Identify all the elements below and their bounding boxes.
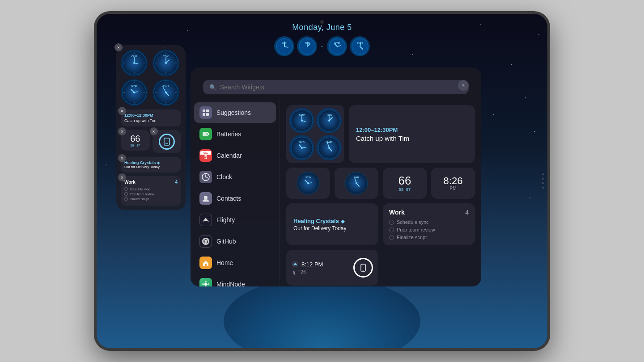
svg-point-99 xyxy=(307,182,309,184)
preview-clock-syd: SYD xyxy=(289,135,314,160)
close-phone-btn[interactable]: × xyxy=(150,127,158,135)
prev-work-item-1: Schedule sync xyxy=(389,219,469,225)
svg-point-65 xyxy=(202,238,209,245)
svg-point-84 xyxy=(328,120,330,122)
preview-temp-small[interactable]: 66 59 87 xyxy=(383,168,427,199)
svg-point-33 xyxy=(165,62,167,64)
close-calendar-btn[interactable]: × xyxy=(118,107,126,115)
prev-work-item-2: Prep team review xyxy=(389,227,469,232)
left-work-container: × Work 4 Schedule sync Prep team review xyxy=(121,176,181,206)
contacts-icon xyxy=(199,192,212,205)
svg-rect-59 xyxy=(208,133,209,135)
prev-work-item-3: Finalize script xyxy=(389,235,469,240)
preview-crystals[interactable]: Healing Crystals ◆ Out for Delivery Toda… xyxy=(286,203,378,245)
preview-calendar-large[interactable]: 12:00–12:30PM Catch up with Tim xyxy=(349,105,475,163)
preview-small-clock-2[interactable]: PAR xyxy=(335,168,378,199)
sidebar-item-contacts[interactable]: Contacts xyxy=(194,188,276,209)
sidebar-item-flighty[interactable]: Flighty xyxy=(194,210,276,230)
svg-point-42 xyxy=(133,92,135,93)
work-count: 4 xyxy=(175,180,178,185)
sidebar-item-mindnode[interactable]: MindNode xyxy=(194,274,276,286)
clock-digit-1: CUP xyxy=(274,36,294,56)
search-bar[interactable]: 🔍 xyxy=(203,80,469,94)
picker-content: CUP xyxy=(280,99,481,286)
prev-cal-title: Catch up with Tim xyxy=(356,135,468,142)
clock-syd: SYD xyxy=(121,79,148,106)
svg-line-63 xyxy=(206,177,208,177)
prev-work-header: Work 4 xyxy=(389,209,469,216)
close-crystals-btn[interactable]: × xyxy=(118,154,126,162)
prev-time-period: PM xyxy=(450,186,457,191)
search-input[interactable] xyxy=(220,84,462,91)
prev-work-text-1: Schedule sync xyxy=(397,219,429,225)
flighty-icon xyxy=(199,214,212,226)
prev-temp-value: 66 xyxy=(398,175,411,186)
prev-work-radio-3 xyxy=(389,235,394,240)
preview-flight[interactable]: 8:12 PM F26 xyxy=(286,250,378,286)
diamond-icon: ◆ xyxy=(157,161,160,165)
preview-time-small[interactable]: 8:26 PM xyxy=(431,168,475,199)
clock-par: PAR xyxy=(153,79,179,106)
svg-point-69 xyxy=(205,286,207,286)
prev-temp-range: 59 87 xyxy=(399,187,411,192)
preview-row-4: 8:12 PM F26 xyxy=(286,250,475,286)
ipad-screen: Monday, June 5 CUP TOK · xyxy=(97,14,547,348)
sidebar-item-batteries[interactable]: Batteries xyxy=(194,124,276,144)
sidebar-item-suggestions[interactable]: Suggestions xyxy=(194,102,276,123)
sidebar-item-github[interactable]: GitHub xyxy=(194,231,276,252)
work-item-1: Schedule sync xyxy=(124,187,178,191)
left-temp-number: 66 xyxy=(130,134,140,144)
walk-icon xyxy=(292,270,296,275)
close-work-btn[interactable]: × xyxy=(118,173,126,181)
clock-digit-4: PAR xyxy=(350,36,370,56)
date-header: Monday, June 5 xyxy=(292,23,352,32)
clock-icon xyxy=(199,171,212,183)
calendar-icon: CAL 5 xyxy=(199,149,212,162)
work-radio-2 xyxy=(124,192,128,196)
prev-work-text-2: Prep team review xyxy=(397,227,435,232)
sidebar-item-clock[interactable]: Clock xyxy=(194,167,276,187)
home-icon xyxy=(199,257,212,269)
svg-point-66 xyxy=(204,283,207,286)
close-clocks-btn[interactable]: × xyxy=(114,43,123,51)
clock-widgets-row: CUP xyxy=(121,50,181,106)
work-item-2: Prep team review xyxy=(124,192,178,196)
svg-rect-56 xyxy=(203,113,205,116)
left-crystals-container: × Healing Crystals ◆ Out for Delivery To… xyxy=(121,157,181,173)
left-cal-title: Catch up with Tim xyxy=(124,118,178,123)
left-work-widget: Work 4 Schedule sync Prep team review Fi… xyxy=(121,176,181,206)
left-calendar-widget-container: × 12:00–12:30PM Catch up with Tim xyxy=(121,109,181,126)
work-radio-3 xyxy=(124,197,128,201)
preview-work[interactable]: Work 4 Schedule sync Prep team review xyxy=(383,203,475,245)
work-item-3: Finalize script xyxy=(124,197,178,201)
left-calendar-widget: 12:00–12:30PM Catch up with Tim xyxy=(121,109,181,126)
preview-row-1: CUP xyxy=(286,105,475,163)
svg-text:SYD: SYD xyxy=(334,42,340,44)
temp-container: × 66 59 87 xyxy=(121,130,150,153)
preview-clock-tok: TOK xyxy=(316,108,342,133)
sidebar-item-home[interactable]: Home xyxy=(194,253,276,273)
prev-flight-time: 8:12 PM xyxy=(301,261,323,268)
preview-clocks-4[interactable]: CUP xyxy=(286,105,344,163)
close-modal-btn[interactable]: × xyxy=(458,80,469,91)
clock-digit-3: SYD xyxy=(327,36,347,56)
prev-work-radio-1 xyxy=(389,220,394,225)
preview-placeholder xyxy=(383,250,475,286)
clocks-grid: CUP xyxy=(289,108,342,160)
preview-clock-cup: CUP xyxy=(289,108,314,133)
svg-rect-52 xyxy=(164,138,169,145)
svg-rect-108 xyxy=(362,270,364,270)
preview-small-clock-1[interactable]: SYD xyxy=(286,168,330,199)
sidebar-label-clock: Clock xyxy=(216,173,232,181)
close-temp-btn[interactable]: × xyxy=(118,127,126,135)
svg-point-64 xyxy=(204,196,208,199)
prev-crystals-title: Healing Crystals ◆ xyxy=(293,218,371,224)
svg-text:SYD: SYD xyxy=(131,84,137,87)
svg-text:SYD: SYD xyxy=(299,141,305,143)
svg-text:PAR: PAR xyxy=(357,42,363,44)
svg-rect-57 xyxy=(206,113,209,116)
widget-picker-modal: 🔍 × xyxy=(191,67,481,286)
svg-point-51 xyxy=(165,92,167,93)
svg-point-68 xyxy=(208,283,209,285)
sidebar-item-calendar[interactable]: CAL 5 Calendar xyxy=(194,145,276,166)
